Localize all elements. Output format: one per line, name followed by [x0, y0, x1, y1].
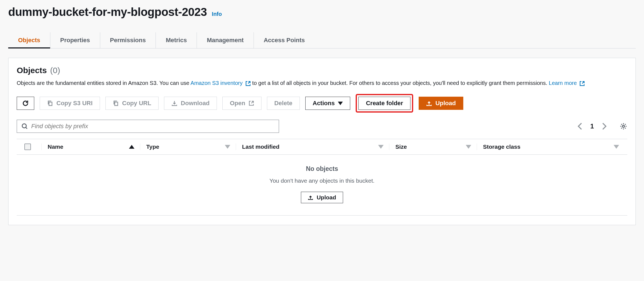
sort-icon — [378, 145, 384, 149]
create-folder-label: Create folder — [366, 100, 403, 107]
external-link-icon — [249, 101, 254, 106]
tab-properties[interactable]: Properties — [50, 32, 100, 48]
object-count: (0) — [50, 66, 60, 75]
search-icon — [21, 123, 28, 130]
copy-icon — [113, 100, 119, 106]
tab-bar: Objects Properties Permissions Metrics M… — [8, 32, 636, 48]
info-link[interactable]: Info — [212, 11, 222, 17]
svg-point-0 — [22, 124, 26, 128]
tab-access-points[interactable]: Access Points — [254, 32, 315, 48]
svg-point-1 — [622, 125, 625, 127]
page-title: dummy-bucket-for-my-blogpost-2023 — [8, 5, 207, 19]
col-size-label: Size — [395, 144, 407, 150]
empty-upload-label: Upload — [317, 194, 336, 201]
download-button: Download — [164, 97, 217, 110]
col-stor-label: Storage class — [483, 144, 521, 150]
col-name-label: Name — [48, 144, 63, 150]
chevron-down-icon — [338, 102, 343, 105]
col-type-label: Type — [146, 144, 159, 150]
objects-table: Name Type Last modified Size Storage cla… — [17, 139, 627, 216]
upload-icon — [426, 100, 432, 106]
sort-icon — [466, 145, 471, 149]
copy-url-button: Copy URL — [105, 97, 159, 110]
download-label: Download — [181, 100, 209, 107]
tab-permissions[interactable]: Permissions — [100, 32, 156, 48]
search-box[interactable] — [17, 120, 279, 133]
open-button: Open — [222, 97, 261, 110]
copy-icon — [47, 100, 53, 106]
upload-button[interactable]: Upload — [419, 97, 463, 110]
inventory-link-label: Amazon S3 inventory — [191, 80, 243, 86]
column-storage-class[interactable]: Storage class — [477, 144, 625, 150]
refresh-icon — [22, 100, 29, 107]
settings-button[interactable] — [620, 122, 627, 130]
page-prev — [577, 122, 583, 130]
toolbar: Copy S3 URI Copy URL Download Open — [17, 94, 627, 113]
learn-more-link[interactable]: Learn more — [549, 80, 585, 86]
sort-icon — [614, 145, 619, 149]
col-mod-label: Last modified — [242, 144, 280, 150]
delete-label: Delete — [274, 100, 292, 107]
table-header: Name Type Last modified Size Storage cla… — [17, 139, 627, 155]
copy-s3-uri-button: Copy S3 URI — [40, 97, 100, 110]
column-type[interactable]: Type — [140, 144, 236, 150]
tab-management[interactable]: Management — [197, 32, 253, 48]
column-last-modified[interactable]: Last modified — [236, 144, 389, 150]
open-label: Open — [230, 100, 245, 107]
empty-subtext: You don't have any objects in this bucke… — [19, 177, 625, 184]
learn-more-label: Learn more — [549, 80, 577, 86]
sort-icon — [225, 145, 230, 149]
empty-heading: No objects — [19, 165, 625, 173]
actions-dropdown[interactable]: Actions — [305, 97, 350, 110]
copy-url-label: Copy URL — [122, 100, 151, 107]
refresh-button[interactable] — [17, 97, 34, 110]
upload-icon — [308, 195, 313, 200]
select-all-checkbox[interactable] — [24, 144, 31, 150]
upload-label: Upload — [435, 100, 456, 107]
column-name[interactable]: Name — [41, 144, 140, 150]
objects-panel: Objects (0) Objects are the fundamental … — [8, 58, 636, 225]
desc-text-1: Objects are the fundamental entities sto… — [17, 80, 191, 86]
external-link-icon — [245, 81, 251, 86]
paginator: 1 — [577, 122, 627, 130]
column-size[interactable]: Size — [389, 144, 477, 150]
page-next — [602, 122, 607, 130]
actions-label: Actions — [313, 100, 335, 107]
panel-title: Objects — [17, 66, 47, 75]
download-icon — [171, 100, 177, 106]
create-folder-button[interactable]: Create folder — [358, 97, 410, 110]
copy-s3-uri-label: Copy S3 URI — [56, 100, 93, 107]
tab-metrics[interactable]: Metrics — [156, 32, 197, 48]
desc-text-2: to get a list of all objects in your buc… — [252, 80, 549, 86]
empty-upload-button[interactable]: Upload — [301, 192, 343, 203]
inventory-link[interactable]: Amazon S3 inventory — [191, 80, 252, 86]
page-number: 1 — [590, 122, 594, 130]
delete-button: Delete — [267, 97, 300, 110]
search-input[interactable] — [31, 123, 274, 130]
annotation-highlight: Create folder — [356, 94, 413, 113]
panel-description: Objects are the fundamental entities sto… — [17, 79, 616, 87]
sort-asc-icon — [129, 145, 134, 149]
tab-objects[interactable]: Objects — [8, 32, 50, 48]
empty-state: No objects You don't have any objects in… — [17, 155, 627, 215]
external-link-icon — [579, 81, 585, 86]
